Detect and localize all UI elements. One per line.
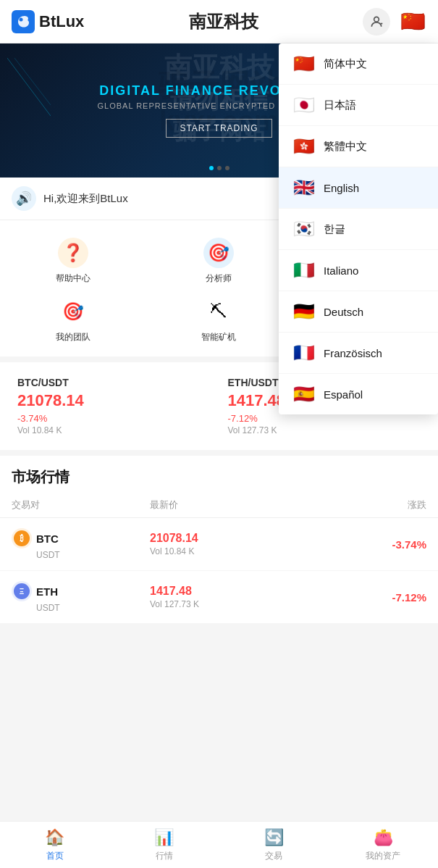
lang-item-de[interactable]: 🇩🇪 Deutsch: [279, 291, 438, 333]
flag-zh-cn: 🇨🇳: [293, 54, 313, 74]
lang-item-fr[interactable]: 🇫🇷 Französisch: [279, 333, 438, 374]
page-container: BtLux 南亚科技 🇨🇳: [0, 0, 438, 868]
speaker-emoji: 🔊: [16, 191, 32, 206]
lang-item-ja[interactable]: 🇯🇵 日本語: [279, 85, 438, 126]
col-price: 最新价: [150, 498, 311, 512]
svg-text:₿: ₿: [20, 534, 24, 543]
smart-miner-button[interactable]: ⛏ 智能矿机: [146, 291, 292, 349]
eth-market-vol: Vol 127.73 K: [150, 599, 311, 609]
eth-vol: Vol 127.73 K: [228, 425, 421, 435]
btc-price-col: 21078.14 Vol 10.84 K: [150, 532, 311, 556]
lang-item-zh-cn[interactable]: 🇨🇳 简体中文: [279, 43, 438, 85]
eth-market-change: -7.12%: [311, 591, 426, 604]
chat-welcome-text: Hi,欢迎来到BtLux: [43, 192, 128, 206]
eth-change: -7.12%: [228, 413, 421, 424]
dot-3: [225, 166, 229, 170]
nav-home-label: 首页: [46, 850, 64, 862]
btc-change: -3.74%: [17, 413, 211, 424]
flag-es: 🇪🇸: [293, 384, 313, 404]
nav-trade-label: 交易: [265, 850, 282, 862]
banner-warning-1: 南亚科技: [164, 49, 274, 86]
market-title: 市场行情: [0, 456, 438, 493]
lang-name-ko: 한글: [324, 222, 345, 236]
team-label: 我的团队: [56, 331, 90, 343]
col-change: 涨跌: [311, 498, 426, 512]
market-row-btc[interactable]: ₿ BTC USDT 21078.14 Vol 10.84 K -3.74%: [0, 518, 438, 571]
header-title: 南亚科技: [189, 12, 258, 31]
start-trading-button[interactable]: START TRADING: [166, 119, 271, 138]
svg-point-1: [374, 17, 379, 22]
dot-1: [209, 166, 214, 170]
lang-name-en: English: [324, 182, 359, 194]
flag-ja: 🇯🇵: [293, 95, 313, 115]
btc-vol: Vol 10.84 K: [17, 425, 211, 435]
flag-de: 🇩🇪: [293, 301, 313, 322]
lang-item-zh-tw[interactable]: 🇭🇰 繁體中文: [279, 126, 438, 167]
eth-price-col: 1417.48 Vol 127.73 K: [150, 585, 311, 609]
lang-name-zh-tw: 繁體中文: [324, 140, 367, 154]
nav-market[interactable]: 📊 行情: [109, 822, 219, 868]
lang-name-fr: Französisch: [324, 347, 382, 359]
logo-icon: [12, 10, 35, 33]
eth-name: ETH: [36, 585, 58, 598]
banner-dots: [209, 166, 229, 170]
flag-it: 🇮🇹: [293, 260, 313, 280]
market-header: 交易对 最新价 涨跌: [0, 493, 438, 518]
market-section: 市场行情 交易对 最新价 涨跌 ₿ BTC USDT: [0, 456, 438, 624]
btc-coin-info: ₿ BTC USDT: [12, 528, 150, 560]
nav-trade[interactable]: 🔄 交易: [219, 822, 329, 868]
btc-name-row: ₿ BTC: [12, 528, 150, 548]
bottom-nav: 🏠 首页 📊 行情 🔄 交易 👛 我的资产: [0, 821, 438, 868]
my-team-button[interactable]: 🎯 我的团队: [0, 291, 146, 349]
svg-line-7: [14, 58, 51, 105]
home-icon: 🏠: [45, 828, 64, 847]
svg-point-0: [20, 17, 23, 21]
eth-name-row: Ξ ETH: [12, 581, 150, 601]
nav-assets[interactable]: 👛 我的资产: [329, 822, 438, 868]
eth-market-pair: USDT: [36, 603, 150, 613]
lang-item-it[interactable]: 🇮🇹 Italiano: [279, 250, 438, 291]
market-row-eth[interactable]: Ξ ETH USDT 1417.48 Vol 127.73 K -7.12%: [0, 571, 438, 624]
btc-market-pair: USDT: [36, 550, 150, 560]
help-center-button[interactable]: ❓ 帮助中心: [0, 232, 146, 291]
chat-speaker-icon: 🔊: [12, 186, 36, 211]
col-pair: 交易对: [12, 498, 150, 512]
analyst-label: 分析师: [206, 272, 232, 285]
flag-ko: 🇰🇷: [293, 219, 313, 239]
help-icon: ❓: [58, 238, 88, 268]
logo-text: BtLux: [39, 12, 84, 31]
market-icon: 📊: [154, 828, 174, 847]
lang-name-zh-cn: 简体中文: [324, 57, 367, 71]
dot-2: [217, 166, 222, 170]
btc-market-change: -3.74%: [311, 538, 426, 551]
analyst-icon: 🎯: [203, 238, 234, 268]
language-flag-button[interactable]: 🇨🇳: [399, 8, 426, 36]
flag-fr: 🇫🇷: [293, 343, 313, 363]
btc-market-vol: Vol 10.84 K: [150, 546, 311, 556]
eth-coin-info: Ξ ETH USDT: [12, 581, 150, 613]
help-label: 帮助中心: [56, 272, 90, 285]
analyst-button[interactable]: 🎯 分析师: [146, 232, 292, 291]
nav-market-label: 行情: [156, 850, 173, 862]
logo: BtLux: [12, 10, 84, 33]
lang-name-de: Deutsch: [324, 306, 363, 318]
btc-pair: BTC/USDT: [17, 377, 211, 388]
language-dropdown: 🇨🇳 简体中文 🇯🇵 日本語 🇭🇰 繁體中文 🇬🇧 English 🇰🇷 한글 …: [279, 43, 438, 414]
lang-item-es[interactable]: 🇪🇸 Español: [279, 374, 438, 414]
header-right: 🇨🇳: [363, 8, 426, 36]
btc-name: BTC: [36, 533, 59, 545]
trade-icon: 🔄: [264, 828, 284, 847]
btc-avatar: ₿: [12, 528, 32, 548]
svg-text:Ξ: Ξ: [20, 588, 25, 596]
team-icon: 🎯: [58, 296, 88, 327]
lang-item-en[interactable]: 🇬🇧 English: [279, 167, 438, 209]
user-profile-button[interactable]: [363, 8, 390, 36]
btc-market-price: 21078.14: [150, 532, 311, 545]
nav-assets-label: 我的资产: [366, 850, 400, 862]
nav-home[interactable]: 🏠 首页: [0, 822, 109, 868]
flag-en: 🇬🇧: [293, 178, 313, 198]
btc-price: 21078.14: [17, 391, 211, 410]
btc-ticker[interactable]: BTC/USDT 21078.14 -3.74% Vol 10.84 K: [12, 371, 216, 441]
eth-avatar: Ξ: [12, 581, 32, 601]
lang-item-ko[interactable]: 🇰🇷 한글: [279, 209, 438, 250]
